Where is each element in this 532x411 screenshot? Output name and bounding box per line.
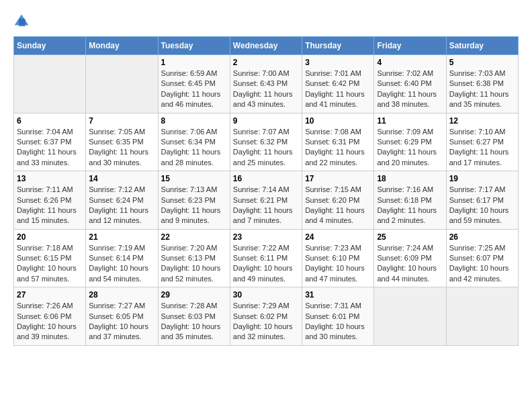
- day-number: 20: [17, 232, 83, 242]
- day-cell: 12 Sunrise: 7:10 AM Sunset: 6:27 PM Dayl…: [446, 113, 518, 171]
- sunset: Sunset: 6:29 PM: [377, 138, 431, 146]
- sunrise: Sunrise: 7:18 AM: [17, 244, 73, 252]
- sunset: Sunset: 6:01 PM: [305, 312, 359, 320]
- day-number: 27: [17, 290, 83, 300]
- sunset: Sunset: 6:38 PM: [449, 79, 504, 87]
- day-info: Sunrise: 7:00 AM Sunset: 6:43 PM Dayligh…: [233, 68, 299, 110]
- day-cell: 1 Sunrise: 6:59 AM Sunset: 6:45 PM Dayli…: [158, 55, 230, 113]
- day-number: 29: [161, 290, 227, 300]
- day-number: 9: [233, 116, 299, 126]
- day-number: 16: [233, 174, 299, 183]
- sunset: Sunset: 6:31 PM: [305, 138, 359, 146]
- sunrise: Sunrise: 7:26 AM: [17, 302, 73, 310]
- week-row-1: 6 Sunrise: 7:04 AM Sunset: 6:37 PM Dayli…: [14, 113, 519, 171]
- day-cell: [374, 287, 446, 346]
- daylight: Daylight: 11 hours and 28 minutes.: [161, 148, 221, 166]
- day-cell: 3 Sunrise: 7:01 AM Sunset: 6:42 PM Dayli…: [302, 55, 374, 113]
- week-row-4: 27 Sunrise: 7:26 AM Sunset: 6:06 PM Dayl…: [14, 287, 519, 346]
- daylight: Daylight: 10 hours and 44 minutes.: [377, 264, 437, 282]
- sunrise: Sunrise: 7:07 AM: [233, 128, 290, 136]
- day-info: Sunrise: 7:22 AM Sunset: 6:11 PM Dayligh…: [233, 243, 299, 285]
- sunrise: Sunrise: 7:23 AM: [305, 244, 361, 252]
- daylight: Daylight: 11 hours and 15 minutes.: [17, 206, 77, 224]
- sunset: Sunset: 6:18 PM: [377, 196, 431, 204]
- day-cell: 24 Sunrise: 7:23 AM Sunset: 6:10 PM Dayl…: [302, 229, 374, 287]
- sunrise: Sunrise: 7:19 AM: [89, 244, 145, 252]
- day-info: Sunrise: 7:29 AM Sunset: 6:02 PM Dayligh…: [233, 301, 299, 342]
- daylight: Daylight: 10 hours and 57 minutes.: [17, 264, 77, 282]
- sunrise: Sunrise: 7:02 AM: [377, 69, 433, 77]
- day-cell: 9 Sunrise: 7:07 AM Sunset: 6:32 PM Dayli…: [230, 113, 302, 171]
- day-info: Sunrise: 7:27 AM Sunset: 6:05 PM Dayligh…: [89, 301, 154, 342]
- daylight: Daylight: 11 hours and 17 minutes.: [449, 148, 509, 166]
- day-number: 17: [305, 174, 371, 183]
- daylight: Daylight: 11 hours and 41 minutes.: [305, 90, 365, 108]
- day-info: Sunrise: 7:07 AM Sunset: 6:32 PM Dayligh…: [233, 127, 299, 169]
- day-info: Sunrise: 7:03 AM Sunset: 6:38 PM Dayligh…: [449, 68, 515, 110]
- sunrise: Sunrise: 7:01 AM: [305, 69, 361, 77]
- daylight: Daylight: 11 hours and 46 minutes.: [161, 90, 221, 108]
- day-cell: 28 Sunrise: 7:27 AM Sunset: 6:05 PM Dayl…: [86, 287, 158, 346]
- logo-icon: [13, 13, 30, 30]
- day-cell: 21 Sunrise: 7:19 AM Sunset: 6:14 PM Dayl…: [86, 229, 158, 287]
- day-number: 11: [377, 116, 443, 126]
- day-info: Sunrise: 7:11 AM Sunset: 6:26 PM Dayligh…: [17, 185, 83, 226]
- sunrise: Sunrise: 7:11 AM: [17, 185, 73, 193]
- day-number: 15: [161, 174, 227, 183]
- sunrise: Sunrise: 7:12 AM: [89, 185, 145, 193]
- day-cell: 31 Sunrise: 7:31 AM Sunset: 6:01 PM Dayl…: [302, 287, 374, 346]
- sunset: Sunset: 6:09 PM: [377, 254, 431, 262]
- sunset: Sunset: 6:34 PM: [161, 138, 216, 146]
- day-info: Sunrise: 7:17 AM Sunset: 6:17 PM Dayligh…: [449, 185, 515, 226]
- page-header: [13, 13, 519, 30]
- day-number: 12: [449, 116, 515, 126]
- header-wednesday: Wednesday: [230, 37, 302, 55]
- daylight: Daylight: 11 hours and 4 minutes.: [305, 206, 365, 224]
- day-cell: 23 Sunrise: 7:22 AM Sunset: 6:11 PM Dayl…: [230, 229, 302, 287]
- day-number: 22: [161, 232, 227, 242]
- daylight: Daylight: 11 hours and 7 minutes.: [233, 206, 293, 224]
- day-cell: 27 Sunrise: 7:26 AM Sunset: 6:06 PM Dayl…: [14, 287, 86, 346]
- sunset: Sunset: 6:40 PM: [377, 79, 431, 87]
- daylight: Daylight: 10 hours and 32 minutes.: [233, 322, 293, 340]
- sunrise: Sunrise: 7:24 AM: [377, 244, 433, 252]
- sunrise: Sunrise: 7:05 AM: [89, 128, 145, 136]
- sunset: Sunset: 6:10 PM: [305, 254, 359, 262]
- day-info: Sunrise: 7:06 AM Sunset: 6:34 PM Dayligh…: [161, 127, 227, 169]
- day-info: Sunrise: 7:09 AM Sunset: 6:29 PM Dayligh…: [377, 127, 443, 169]
- sunset: Sunset: 6:26 PM: [17, 196, 71, 204]
- header-monday: Monday: [86, 37, 158, 55]
- day-number: 4: [377, 58, 443, 67]
- sunrise: Sunrise: 7:29 AM: [233, 302, 290, 310]
- sunset: Sunset: 6:32 PM: [233, 138, 287, 146]
- day-number: 28: [89, 290, 154, 300]
- sunrise: Sunrise: 7:25 AM: [449, 244, 506, 252]
- sunrise: Sunrise: 7:09 AM: [377, 128, 433, 136]
- day-cell: 30 Sunrise: 7:29 AM Sunset: 6:02 PM Dayl…: [230, 287, 302, 346]
- daylight: Daylight: 11 hours and 9 minutes.: [161, 206, 221, 224]
- day-info: Sunrise: 7:16 AM Sunset: 6:18 PM Dayligh…: [377, 185, 443, 226]
- day-info: Sunrise: 7:26 AM Sunset: 6:06 PM Dayligh…: [17, 301, 83, 342]
- sunrise: Sunrise: 7:15 AM: [305, 185, 361, 193]
- header-saturday: Saturday: [446, 37, 518, 55]
- day-info: Sunrise: 7:31 AM Sunset: 6:01 PM Dayligh…: [305, 301, 371, 342]
- sunset: Sunset: 6:45 PM: [161, 79, 216, 87]
- day-info: Sunrise: 6:59 AM Sunset: 6:45 PM Dayligh…: [161, 68, 227, 110]
- day-info: Sunrise: 7:25 AM Sunset: 6:07 PM Dayligh…: [449, 243, 515, 285]
- day-cell: 7 Sunrise: 7:05 AM Sunset: 6:35 PM Dayli…: [86, 113, 158, 171]
- daylight: Daylight: 10 hours and 37 minutes.: [89, 322, 148, 340]
- daylight: Daylight: 11 hours and 12 minutes.: [89, 206, 148, 224]
- day-cell: 18 Sunrise: 7:16 AM Sunset: 6:18 PM Dayl…: [374, 171, 446, 230]
- daylight: Daylight: 10 hours and 52 minutes.: [161, 264, 221, 282]
- daylight: Daylight: 11 hours and 38 minutes.: [377, 90, 437, 108]
- daylight: Daylight: 10 hours and 39 minutes.: [17, 322, 77, 340]
- day-info: Sunrise: 7:08 AM Sunset: 6:31 PM Dayligh…: [305, 127, 371, 169]
- day-info: Sunrise: 7:24 AM Sunset: 6:09 PM Dayligh…: [377, 243, 443, 285]
- day-number: 14: [89, 174, 154, 183]
- daylight: Daylight: 10 hours and 59 minutes.: [449, 206, 509, 224]
- sunrise: Sunrise: 7:03 AM: [449, 69, 506, 77]
- header-friday: Friday: [374, 37, 446, 55]
- day-number: 2: [233, 58, 299, 67]
- day-number: 26: [449, 232, 515, 242]
- sunrise: Sunrise: 7:27 AM: [89, 302, 145, 310]
